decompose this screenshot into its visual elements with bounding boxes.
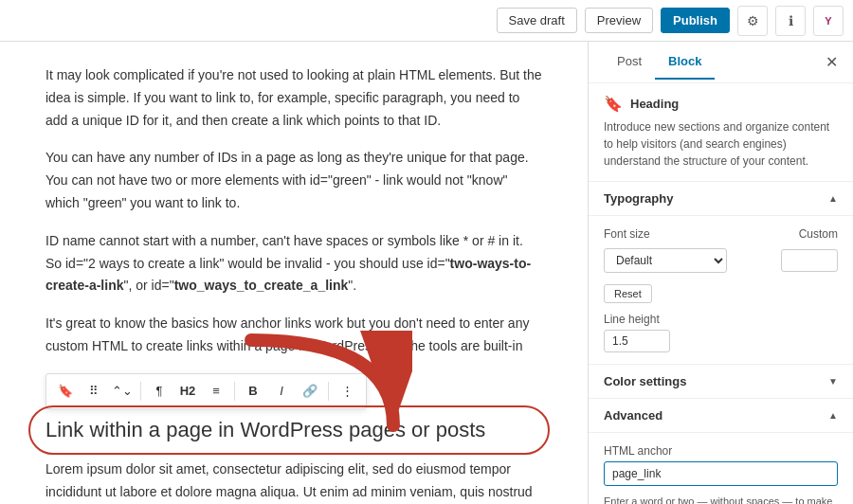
toolbar-drag-button[interactable]: ⠿ [81,378,107,405]
topbar: Save draft Preview Publish ⚙ ℹ Y [0,0,853,42]
line-height-label: Line height [604,313,838,326]
toolbar-separator-2 [234,382,235,401]
typography-body: Font size Custom Default Small Medium La… [589,216,853,365]
advanced-body: HTML anchor Enter a word or two — withou… [589,433,853,504]
block-description: Introduce new sections and organize cont… [604,118,838,170]
reset-button[interactable]: Reset [604,284,652,303]
toolbar-h2-button[interactable]: H2 [174,378,201,405]
color-settings-collapse-icon: ▼ [828,376,838,387]
typography-label: Typography [604,191,673,206]
advanced-label: Advanced [604,408,662,423]
advanced-section-header[interactable]: Advanced ▲ [589,399,853,433]
sidebar-close-button[interactable]: ✕ [826,53,838,71]
paragraph-3: ID name cannot start with a number, can'… [45,230,542,297]
paragraph-2: You can have any number of IDs in a page… [45,147,542,214]
preview-button[interactable]: Preview [585,8,653,33]
editor-area[interactable]: It may look complicated if you're not us… [0,42,588,504]
toolbar-separator-1 [140,382,141,401]
line-height-input[interactable] [604,330,670,352]
lorem-paragraph: Lorem ipsum dolor sit amet, consectetur … [45,459,542,504]
custom-size-input[interactable] [781,249,838,272]
font-size-controls: Default Small Medium Large [604,248,838,273]
custom-label: Custom [799,227,838,241]
html-anchor-input[interactable] [604,461,838,486]
page-heading[interactable]: Link within a page in WordPress pages or… [45,413,542,448]
toolbar-italic-button[interactable]: I [268,378,295,405]
toolbar-more-button[interactable]: ⋮ [334,378,360,405]
block-title: Heading [630,97,679,111]
sidebar: Post Block ✕ 🔖 Heading Introduce new sec… [588,42,853,504]
toolbar-paragraph-button[interactable]: ¶ [146,378,172,405]
toolbar-link-button[interactable]: 🔗 [297,378,323,405]
main-area: It may look complicated if you're not us… [0,42,853,504]
yoast-icon-button[interactable]: Y [813,6,844,36]
toolbar-move-button[interactable]: ⌃⌄ [109,378,136,405]
typography-section-header[interactable]: Typography ▲ [589,182,853,216]
save-draft-button[interactable]: Save draft [497,8,577,33]
publish-button[interactable]: Publish [661,8,730,33]
sidebar-header: Post Block ✕ [589,42,853,83]
typography-collapse-icon: ▲ [828,193,838,204]
paragraph-4: It's great to know the basics how anchor… [45,313,542,358]
toolbar-bookmark-button[interactable]: 🔖 [52,378,79,405]
sidebar-tabs: Post Block [604,45,715,80]
toolbar-bold-button[interactable]: B [240,378,266,405]
settings-icon-button[interactable]: ⚙ [737,6,768,36]
paragraph-1: It may look complicated if you're not us… [45,64,542,132]
toolbar-align-button[interactable]: ≡ [203,378,229,405]
block-toolbar: 🔖 ⠿ ⌃⌄ ¶ H2 ≡ B I 🔗 ⋮ [45,373,367,409]
tab-post[interactable]: Post [604,45,655,80]
info-icon-button[interactable]: ℹ [775,6,806,36]
advanced-description: Enter a word or two — without spaces — t… [604,494,838,504]
block-icon: 🔖 [604,95,623,113]
color-settings-label: Color settings [604,374,686,388]
font-size-label: Font size [604,227,650,241]
heading-container: Link within a page in WordPress pages or… [45,413,542,448]
toolbar-separator-3 [328,382,329,401]
advanced-collapse-icon: ▲ [828,410,838,421]
font-size-select[interactable]: Default Small Medium Large [604,248,727,273]
block-header: 🔖 Heading [604,95,838,113]
block-info-section: 🔖 Heading Introduce new sections and org… [589,83,853,182]
color-settings-section-header[interactable]: Color settings ▼ [589,365,853,399]
html-anchor-label: HTML anchor [604,444,838,458]
tab-block[interactable]: Block [655,45,715,80]
font-size-row: Font size Custom [604,227,838,241]
